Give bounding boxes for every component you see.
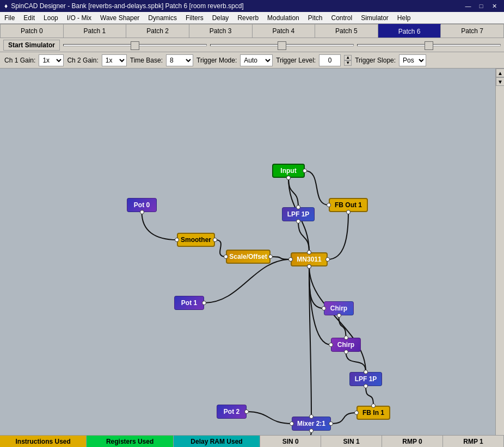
slider-thumb-1[interactable] xyxy=(131,41,139,50)
trigger-slope-select[interactable]: PosNeg xyxy=(399,54,426,66)
trigger-mode-label: Trigger Mode: xyxy=(196,57,237,64)
menu-item-file[interactable]: File xyxy=(0,12,19,23)
start-simulator-button[interactable]: Start Simulator xyxy=(3,40,60,51)
menu-item-filters[interactable]: Filters xyxy=(181,12,208,23)
menu-item-loop[interactable]: Loop xyxy=(39,12,63,23)
connection-dot xyxy=(213,238,217,242)
connection-dot xyxy=(329,343,333,347)
connection-dot xyxy=(307,264,311,269)
trigger-level-input[interactable] xyxy=(319,54,341,66)
time-base-select[interactable]: 81632 xyxy=(166,54,193,66)
patch-tab-0[interactable]: Patch 0 xyxy=(0,24,64,38)
connection-dot xyxy=(202,301,206,305)
patch-tab-2[interactable]: Patch 2 xyxy=(126,24,189,38)
connection-dot xyxy=(364,384,368,388)
menu-item-simulator[interactable]: Simulator xyxy=(357,12,393,23)
close-button[interactable]: ✕ xyxy=(489,1,500,11)
menu-item-i-o---mix[interactable]: I/O - Mix xyxy=(63,12,96,23)
connection-dot xyxy=(327,203,331,207)
trigger-level-spinner: ▲ ▼ xyxy=(344,55,352,66)
connection-dot xyxy=(286,176,291,180)
menu-item-pitch[interactable]: Pitch xyxy=(304,12,327,23)
connection-dot xyxy=(309,429,314,433)
node-scale_offset[interactable]: Scale/Offset xyxy=(226,250,271,264)
scroll-down-arrow[interactable]: ▼ xyxy=(496,77,504,86)
connection-dot xyxy=(344,350,348,354)
slider-thumb-2[interactable] xyxy=(278,41,286,50)
menubar: FileEditLoopI/O - MixWave ShaperDynamics… xyxy=(0,12,504,24)
sim-slider-3[interactable] xyxy=(357,44,501,46)
sim-slider-1[interactable] xyxy=(63,44,207,46)
menu-item-wave-shaper[interactable]: Wave Shaper xyxy=(96,12,144,23)
trigger-level-label: Trigger Level: xyxy=(276,57,316,64)
rmp1-status: RMP 1 xyxy=(443,436,504,447)
connection-dot xyxy=(329,421,333,426)
connection-dot xyxy=(303,169,307,173)
connection-dot xyxy=(296,219,300,223)
connection-dot xyxy=(371,403,376,408)
patch-tabs: Patch 0Patch 1Patch 2Patch 3Patch 4Patch… xyxy=(0,24,504,38)
registers-used-status: Registers Used xyxy=(87,436,173,447)
trigger-level-up[interactable]: ▲ xyxy=(344,55,352,60)
connection-dot xyxy=(140,210,144,214)
connection-dot xyxy=(344,336,348,340)
ch1-gain-select[interactable]: 1x2x5x10x xyxy=(39,54,64,66)
connection-dot xyxy=(322,306,326,311)
patch-tab-3[interactable]: Patch 3 xyxy=(189,24,253,38)
ch2-gain-select[interactable]: 1x2x5x10x xyxy=(102,54,127,66)
trigger-mode-select[interactable]: AutoNormalSingle xyxy=(240,54,273,66)
patch-tab-4[interactable]: Patch 4 xyxy=(253,24,316,38)
patch-tab-5[interactable]: Patch 5 xyxy=(315,24,378,38)
rmp0-status: RMP 0 xyxy=(382,436,443,447)
connection-dot xyxy=(309,414,314,419)
connection-dot xyxy=(244,409,249,414)
sin1-status: SIN 1 xyxy=(321,436,382,447)
slider-thumb-3[interactable] xyxy=(425,41,433,50)
minimize-button[interactable]: — xyxy=(463,1,474,11)
menu-item-reverb[interactable]: Reverb xyxy=(233,12,263,23)
connection-dot xyxy=(337,313,341,318)
node-smoother[interactable]: Smoother xyxy=(177,233,215,247)
titlebar-controls: — □ ✕ xyxy=(463,1,500,11)
menu-item-control[interactable]: Control xyxy=(327,12,357,23)
instructions-used-status: Instructions Used xyxy=(0,436,87,447)
ch2-gain-label: Ch 2 Gain: xyxy=(67,57,98,64)
menu-item-modulation[interactable]: Modulation xyxy=(263,12,304,23)
delay-ram-used-status: Delay RAM Used xyxy=(174,436,260,447)
connection-dot xyxy=(296,205,300,209)
node-pot1[interactable]: Pot 1 xyxy=(174,296,204,310)
menu-item-help[interactable]: Help xyxy=(393,12,415,23)
patch-tab-1[interactable]: Patch 1 xyxy=(64,24,127,38)
simulator-bar: Start Simulator xyxy=(0,38,504,52)
connection-dot xyxy=(290,421,294,426)
connection-dot xyxy=(325,257,330,262)
trigger-level-down[interactable]: ▼ xyxy=(344,60,352,66)
connection-dot xyxy=(175,238,179,242)
scroll-up-arrow[interactable]: ▲ xyxy=(496,69,504,77)
maximize-button[interactable]: □ xyxy=(476,1,487,11)
sim-slider-2[interactable] xyxy=(210,44,354,46)
menu-item-delay[interactable]: Delay xyxy=(208,12,233,23)
window-title: SpinCAD Designer - Bank [reverbs-and-del… xyxy=(11,2,463,10)
patch-tab-6[interactable]: Patch 6 xyxy=(378,24,441,38)
patch-tab-7[interactable]: Patch 7 xyxy=(441,24,504,38)
sin0-status: SIN 0 xyxy=(260,436,321,447)
vertical-scrollbar[interactable]: ▲ ▼ xyxy=(495,69,504,435)
ch1-gain-label: Ch 1 Gain: xyxy=(4,57,35,64)
connection-dot xyxy=(288,257,293,262)
menu-item-dynamics[interactable]: Dynamics xyxy=(144,12,181,23)
connection-dot xyxy=(364,370,368,374)
main-canvas: ▲ ▼ InputFB Out 1LPF 1PMN3011Pot 0Smooth… xyxy=(0,69,504,435)
connection-dot xyxy=(354,411,359,415)
trigger-slope-label: Trigger Slope: xyxy=(355,57,396,64)
connection-dot xyxy=(224,254,228,259)
connection-dot xyxy=(346,210,351,214)
menu-item-edit[interactable]: Edit xyxy=(19,12,39,23)
titlebar: ♦ SpinCAD Designer - Bank [reverbs-and-d… xyxy=(0,0,504,12)
time-base-label: Time Base: xyxy=(130,57,163,64)
node-pot2[interactable]: Pot 2 xyxy=(217,405,247,419)
connection-dot xyxy=(307,250,311,254)
statusbar: Instructions Used Registers Used Delay R… xyxy=(0,435,504,447)
controls-bar: Ch 1 Gain: 1x2x5x10x Ch 2 Gain: 1x2x5x10… xyxy=(0,52,504,69)
app-icon: ♦ xyxy=(4,2,8,10)
